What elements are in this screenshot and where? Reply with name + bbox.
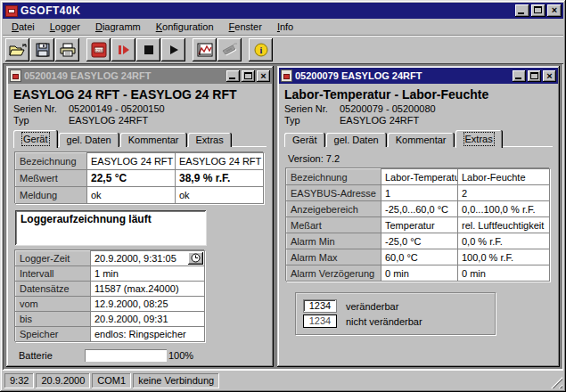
editable-field-sample: 1234 — [303, 299, 337, 313]
connection-button[interactable] — [217, 38, 242, 61]
legend-item-editable: 1234 veränderbar — [303, 299, 488, 313]
table-row: Bezeichnung EASYLOG 24 RFT EASYLOG 24 RF… — [16, 153, 264, 170]
app-title: GSOFT40K — [21, 4, 515, 17]
main-titlebar[interactable]: GSOFT40K × — [3, 3, 563, 19]
logger-status-message: Loggeraufzeichnung läuft — [21, 213, 152, 225]
menu-datei[interactable]: Datei — [6, 20, 40, 34]
tab-geraet[interactable]: Gerät — [284, 133, 325, 147]
device-measurement-table: Bezeichnung EASYLOG 24 RFT EASYLOG 24 RF… — [15, 152, 264, 204]
svg-text:1234: 1234 — [94, 48, 103, 53]
tab-gel-daten[interactable]: gel. Daten — [59, 133, 119, 147]
battery-percent: 100% — [168, 350, 193, 361]
logger-document-icon — [10, 69, 21, 82]
start-record-button[interactable] — [111, 38, 135, 61]
record-start-icon — [118, 44, 130, 56]
child1-tab-panel-geraet: Bezeichnung EASYLOG 24 RFT EASYLOG 24 RF… — [13, 151, 267, 362]
chart-icon — [197, 43, 213, 57]
maximize-button[interactable] — [531, 4, 545, 17]
tab-kommentar[interactable]: Kommentar — [388, 133, 455, 147]
play-icon — [168, 45, 179, 55]
svg-text:i: i — [259, 45, 262, 55]
table-row: bis 20.9.2000, 09:31 — [16, 312, 205, 327]
stop-icon — [144, 45, 154, 55]
table-row: Bezeichnung Labor-Temperatur Labor-Feuch… — [287, 169, 550, 185]
child2-heading: Labor-Temperatur - Labor-Feuchte — [284, 87, 553, 102]
tab-kommentar[interactable]: Kommentar — [120, 133, 187, 147]
logger-display-button[interactable]: 1234 — [86, 38, 111, 61]
child2-maximize-button[interactable] — [528, 70, 541, 82]
extras-settings-table: Bezeichnung Labor-Temperatur Labor-Feuch… — [286, 168, 550, 282]
table-row: Logger-Zeit 20.9.2000, 9:31:05 — [16, 251, 205, 266]
menu-diagramm[interactable]: Diagramm — [90, 20, 146, 34]
tab-geraet[interactable]: Gerät — [13, 130, 58, 148]
editability-legend: 1234 veränderbar 1234 nicht veränderbar — [295, 292, 496, 335]
logger-info-table: Logger-Zeit 20.9.2000, 9:31:05 Intervall… — [15, 250, 205, 342]
tab-extras[interactable]: Extras — [188, 133, 232, 147]
floppy-disk-icon — [36, 43, 50, 57]
table-row: Meldung ok ok — [16, 187, 264, 204]
open-file-button[interactable] — [5, 38, 29, 61]
set-clock-button[interactable] — [188, 252, 203, 265]
statusbar: 9:32 20.9.2000 COM1 keine Verbindung — [3, 370, 563, 389]
table-row: Alarm Min -25,0 °C 0,0 % r.F. — [287, 233, 550, 249]
info-icon: i — [254, 43, 268, 57]
child1-titlebar[interactable]: 05200149 EASYLOG 24RFT × — [8, 68, 272, 84]
tab-gel-daten[interactable]: gel. Daten — [326, 133, 387, 147]
play-button[interactable] — [161, 38, 185, 61]
type-value: EASYLOG 24RFT — [340, 115, 553, 126]
type-label: Typ — [13, 115, 69, 126]
app-logo-icon — [5, 5, 18, 17]
table-row: Intervall 1 min — [16, 266, 205, 282]
menubar: Datei Logger Diagramm Konfiguration Fens… — [3, 19, 563, 36]
child1-tabstrip: Gerät gel. Daten Kommentar Extras — [13, 129, 267, 147]
table-row: Meßwert 22,5 °C 38,9 % r.F. — [16, 170, 264, 187]
type-label: Typ — [284, 115, 340, 126]
print-button[interactable] — [55, 38, 79, 61]
info-button[interactable]: i — [249, 38, 273, 61]
table-row: Anzeigebereich -25,0...60,0 °C 0,0...100… — [287, 201, 550, 217]
close-button[interactable]: × — [547, 4, 562, 17]
child1-heading: EASYLOG 24 RFT - EASYLOG 24 RFT — [13, 87, 267, 102]
table-row: Alarm Max 60,0 °C 100,0 % r.F. — [287, 249, 550, 265]
logger-status-box: Loggeraufzeichnung läuft — [15, 210, 207, 246]
menu-info[interactable]: Info — [272, 20, 299, 34]
minimize-button[interactable] — [515, 4, 529, 17]
serial-value: 05200079 - 05200080 — [340, 103, 553, 114]
child1-maximize-button[interactable] — [242, 70, 255, 82]
menu-logger[interactable]: Logger — [45, 20, 86, 34]
child2-minimize-button[interactable] — [513, 70, 526, 82]
toolbar: 1234 i — [3, 36, 563, 63]
battery-row: Batterie 100% — [15, 349, 265, 362]
save-button[interactable] — [30, 38, 54, 61]
child2-close-button[interactable]: × — [543, 70, 556, 82]
legend-item-readonly: 1234 nicht veränderbar — [303, 314, 488, 328]
battery-label: Batterie — [15, 350, 85, 361]
tab-extras[interactable]: Extras — [455, 130, 503, 148]
menu-konfiguration[interactable]: Konfiguration — [151, 20, 219, 34]
printer-icon — [60, 43, 76, 57]
statusbar-time: 9:32 — [4, 373, 34, 388]
child-window-05200079: 05200079 EASYLOG 24RFT × Labor-Temperatu… — [277, 66, 560, 367]
serial-label: Serien Nr. — [284, 103, 340, 114]
stop-button[interactable] — [136, 38, 160, 61]
child2-titlebar[interactable]: 05200079 EASYLOG 24RFT × — [279, 68, 558, 84]
child2-title: 05200079 EASYLOG 24RFT — [295, 70, 513, 81]
mdi-client-area: 05200149 EASYLOG 24RFT × EASYLOG 24 RFT … — [3, 63, 563, 370]
resize-grip[interactable] — [551, 377, 562, 388]
child-window-05200149: 05200149 EASYLOG 24RFT × EASYLOG 24 RFT … — [6, 66, 274, 367]
diagram-button[interactable] — [193, 38, 217, 61]
statusbar-date: 20.9.2000 — [36, 373, 90, 388]
child2-tabstrip: Gerät gel. Daten Kommentar Extras — [284, 129, 553, 147]
open-folder-icon — [9, 43, 27, 57]
serial-label: Serien Nr. — [13, 103, 69, 114]
child1-close-button[interactable]: × — [257, 70, 270, 82]
gsoft40k-window: GSOFT40K × Datei Logger Diagramm Konfigu… — [0, 0, 566, 392]
table-row: Meßart Temperatur rel. Luftfeuchtigkeit — [287, 217, 550, 233]
table-row: Speicher endlos: Ringspeicher — [16, 327, 205, 342]
child2-tab-panel-extras: Version: 7.2 Bezeichnung Labor-Temperatu… — [284, 151, 553, 362]
child1-minimize-button[interactable] — [226, 70, 240, 82]
menu-fenster[interactable]: Fenster — [224, 20, 267, 34]
logger-document-icon — [281, 69, 292, 82]
legend-label: veränderbar — [346, 301, 398, 312]
serial-connector-icon — [221, 43, 239, 57]
